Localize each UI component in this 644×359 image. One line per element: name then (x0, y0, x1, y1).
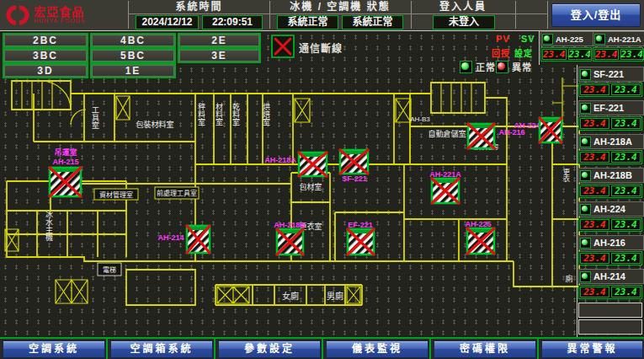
comm-loss-label: 通信斷線 (299, 40, 343, 55)
system-date-value: 2024/12/12 (136, 15, 199, 29)
pv-value: 23.4 (580, 287, 609, 297)
equipment-item-ef-221[interactable]: EF-221 (578, 100, 644, 115)
pv-value: 23.4 (580, 185, 609, 196)
system-time-value: 22:09:51 (202, 15, 263, 29)
room-label-pretreat-tool: 前處理工具室 (157, 189, 197, 197)
equipment-name: SF-221 (593, 69, 624, 79)
equipment-item-ah-214[interactable]: AH-214 (578, 269, 644, 284)
ahu-icon-ah225[interactable]: AH-225 (465, 220, 494, 254)
footer-button-password-auth[interactable]: 密碼權限 (434, 340, 536, 358)
normal-led-icon (460, 61, 472, 73)
setpoint-legend-label: 設定 (514, 46, 533, 59)
equipment-values-ah-216: 23.4 23.4 (578, 251, 642, 265)
footer-button-ac-system[interactable]: 空調系統 (3, 340, 105, 358)
equipment-values-ah-214: 23.4 23.4 (578, 285, 642, 299)
ahu-room-label: 吊運室 (54, 147, 77, 157)
header-divider (547, 1, 548, 29)
company-name: 宏亞食品 (34, 6, 85, 18)
footer-button-parameters[interactable]: 參數設定 (218, 340, 321, 358)
status-led-icon (542, 34, 553, 45)
room-label-chiller: 冰水主機 (45, 210, 53, 242)
normal-legend: 正常 (460, 60, 496, 73)
pv-value: 23.4 (580, 152, 609, 163)
zone-button-2e[interactable]: 2E (178, 33, 261, 48)
equipment-values-ah-218a: 23.4 23.4 (578, 150, 642, 164)
login-user-label: 登入人員 (412, 1, 514, 13)
zone-button-3d[interactable]: 3D (3, 63, 88, 78)
header-divider (269, 1, 270, 29)
zone-button-2bc[interactable]: 2BC (3, 33, 88, 48)
header-bar: 宏亞食品 HUNYA FOODS 系統時間 2024/12/12 22:09:5… (0, 0, 644, 31)
system-time-label: 系統時間 (130, 1, 268, 13)
sv-value: 23.4 (611, 152, 641, 163)
zone-button-3bc[interactable]: 3BC (3, 48, 88, 63)
ahu-icon-ef221[interactable]: EF-221 (348, 221, 374, 255)
equipment-item-ah-216[interactable]: AH-216 (578, 235, 644, 250)
room-label-ah-b3: AH-B3 (410, 115, 430, 123)
feedback-legend-label: 回授 (492, 46, 510, 59)
login-logout-button[interactable]: 登入/登出 (551, 3, 641, 27)
status-led-icon (580, 170, 591, 181)
footer-button-meter-monitor[interactable]: 儀表監視 (326, 340, 428, 358)
pv-value: 23.4 (580, 84, 609, 95)
login-status-value: 未登入 (433, 15, 495, 29)
footer-bar: 空調系統 空調箱系統 參數設定 儀表監視 密碼權限 異常警報 (0, 337, 644, 359)
chiller-status-value: 系統正常 (277, 15, 338, 29)
footer-button-alarm[interactable]: 異常警報 (541, 340, 643, 358)
zone-button-5bc[interactable]: 5BC (90, 48, 176, 63)
equipment-values-ah-224: 23.4 23.4 (578, 217, 642, 232)
room-label-v4: 烘焙室 (262, 102, 270, 126)
zone-button-1e[interactable]: 1E (90, 63, 176, 78)
sv-value: 23.4 (568, 49, 593, 60)
equipment-name: AH-218A (593, 137, 632, 147)
equipment-values-sf-221: 23.4 23.4 (578, 83, 642, 97)
equipment-name: AH-225 (556, 35, 583, 44)
sv-value: 23.4 (611, 287, 641, 297)
panel-divider (577, 65, 577, 337)
ahu-icon-sf221[interactable]: SF-221 (340, 150, 368, 183)
ahu-icon-ah218b[interactable]: AH-218B (274, 221, 306, 255)
equipment-name: AH-218B (593, 170, 632, 180)
equipment-item-ah-218b[interactable]: AH-218B (578, 168, 644, 183)
ahu-id-label: AH-221A (429, 170, 461, 179)
logo: 宏亞食品 HUNYA FOODS (5, 3, 85, 28)
footer-divider (106, 339, 108, 359)
zone-button-4bc[interactable]: 4BC (90, 33, 176, 48)
machine-status-label: 冰機 / 空調機 狀態 (271, 1, 409, 13)
ahu-icon-ah221a[interactable]: AH-221A (429, 170, 461, 203)
pv-value: 23.4 (542, 49, 567, 60)
zone-button-3e[interactable]: 3E (178, 48, 261, 63)
status-led-icon (580, 137, 591, 147)
status-led-icon (580, 271, 591, 282)
sv-value: 23.4 (611, 84, 641, 95)
room-label-elevator: 電梯 (103, 265, 116, 274)
equipment-name: AH-224 (593, 204, 625, 214)
comm-loss-icon (271, 35, 295, 58)
pv-value: 23.4 (580, 118, 609, 129)
equipment-values-ah-225: 23.4 23.4 (540, 47, 592, 62)
ac-status-value: 系統正常 (342, 15, 403, 29)
equipment-name: EF-221 (593, 103, 624, 113)
pv-value: 23.4 (580, 219, 609, 230)
equipment-name: AH-221A (608, 35, 641, 44)
equipment-values-ef-221: 23.4 23.4 (578, 116, 642, 131)
equipment-name: AH-216 (593, 238, 625, 248)
footer-button-ahu-system[interactable]: 空調箱系統 (110, 340, 213, 358)
ahu-icon-ah214[interactable]: AH-214 (157, 226, 210, 253)
equipment-item-ah-225[interactable]: AH-225 (540, 31, 593, 46)
sv-value: 23.4 (611, 118, 641, 129)
room-label-v3: 乾料室 (232, 102, 240, 126)
ahu-id-label: AH-215 (52, 158, 78, 166)
header-divider-h (128, 13, 547, 14)
panel-divider (539, 30, 540, 65)
footer-divider (537, 339, 539, 359)
equipment-item-ah-218a[interactable]: AH-218A (578, 134, 644, 149)
company-name-en: HUNYA FOODS (34, 18, 85, 24)
ahu-id-label: AH-216 (498, 128, 524, 137)
equipment-item-ah-224[interactable]: AH-224 (578, 201, 644, 217)
equipment-item-ah-221a[interactable]: AH-221A (593, 31, 644, 46)
abnormal-legend: 異常 (496, 60, 532, 73)
equipment-item-sf-221[interactable]: SF-221 (578, 67, 644, 82)
ahu-icon-ah215[interactable]: 吊運室 AH-215 (50, 147, 81, 196)
status-led-icon (580, 204, 591, 215)
